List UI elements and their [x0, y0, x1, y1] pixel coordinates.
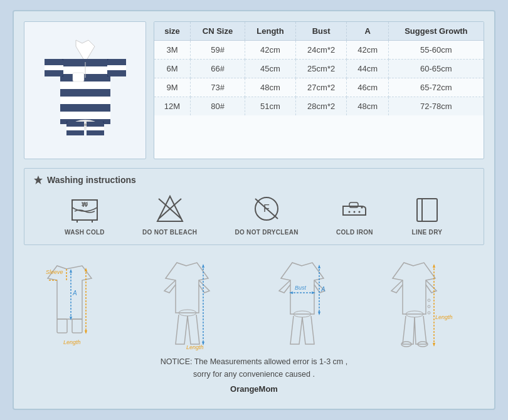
cold-iron-icon	[338, 194, 371, 224]
diagram4-svg: Length	[379, 256, 476, 350]
table-row: 3M59#42cm24cm*242cm55-60cm	[154, 41, 484, 60]
svg-text:A: A	[320, 286, 325, 293]
table-header-cell: Suggest Growth	[388, 22, 484, 41]
diagram2-svg: Length	[152, 256, 249, 350]
star-icon	[33, 175, 43, 185]
wash-cold-label: WASH COLD	[65, 229, 105, 236]
no-bleach-icon	[154, 194, 186, 224]
svg-text:30: 30	[82, 201, 88, 207]
svg-rect-4	[60, 89, 110, 97]
svg-rect-8	[45, 59, 63, 65]
no-dryclean-label: DO NOT DRYCLEAN	[235, 229, 298, 236]
table-header-cell: Bust	[295, 22, 347, 41]
table-cell: 48cm	[245, 78, 296, 97]
table-cell: 55-60cm	[388, 41, 484, 60]
svg-marker-63	[289, 291, 293, 294]
svg-rect-5	[60, 104, 110, 112]
table-body: 3M59#42cm24cm*242cm55-60cm6M66#45cm25cm*…	[154, 41, 484, 116]
no-bleach-item: DO NOT BLEACH	[142, 194, 197, 236]
table-row: 6M66#45cm25cm*244cm60-65cm	[154, 60, 484, 78]
washing-icons-row: W 30 WASH COLD	[33, 194, 475, 236]
svg-rect-9	[45, 70, 63, 76]
diagram-bodysuit: Length	[152, 256, 249, 350]
table-cell: 3M	[154, 41, 190, 60]
svg-text:Bust: Bust	[295, 285, 307, 291]
table-cell: 51cm	[245, 97, 296, 116]
table-cell: 44cm	[347, 60, 388, 78]
svg-line-35	[255, 199, 278, 219]
notice-line1: NOTICE: The Measurements allowed error i…	[161, 357, 347, 366]
main-container: sizeCN SizeLengthBustASuggest Growth 3M5…	[13, 10, 495, 410]
no-dryclean-icon: F	[250, 194, 283, 224]
diagrams-section: Sleeve A Length	[24, 254, 484, 399]
table-header-cell: size	[154, 22, 190, 41]
table-cell: 6M	[154, 60, 190, 78]
svg-marker-77	[433, 264, 435, 268]
diagram1-svg: Sleeve A Length	[32, 256, 135, 350]
svg-text:A: A	[72, 290, 77, 297]
svg-rect-44	[72, 319, 82, 333]
cold-iron-label: COLD IRON	[336, 229, 373, 236]
svg-rect-24	[73, 73, 84, 81]
svg-rect-18	[66, 122, 84, 127]
table-cell: 9M	[154, 78, 190, 97]
diagram3-svg: Bust A	[265, 256, 362, 350]
svg-marker-58	[202, 264, 204, 268]
wash-cold-icon: W 30	[68, 194, 101, 224]
svg-rect-12	[107, 70, 126, 76]
table-cell: 24cm*2	[295, 41, 347, 60]
svg-point-37	[349, 211, 351, 213]
diagrams-row: Sleeve A Length	[24, 256, 484, 350]
table-cell: 27cm*2	[295, 78, 347, 97]
table-cell: 48cm	[347, 97, 388, 116]
table-cell: 66#	[190, 60, 245, 78]
table-cell: 80#	[190, 97, 245, 116]
table-header-cell: Length	[245, 22, 296, 41]
table-header-row: sizeCN SizeLengthBustASuggest Growth	[154, 22, 484, 41]
svg-point-40	[361, 207, 363, 209]
svg-rect-22	[87, 130, 104, 135]
wash-cold-item: W 30 WASH COLD	[65, 194, 105, 236]
table-cell: 42cm	[347, 41, 388, 60]
no-bleach-label: DO NOT BLEACH	[142, 229, 197, 236]
table-cell: 42cm	[245, 41, 296, 60]
svg-rect-11	[107, 59, 126, 65]
svg-marker-78	[433, 343, 435, 347]
svg-point-74	[428, 305, 430, 308]
svg-marker-64	[312, 291, 315, 294]
table-header-cell: A	[347, 22, 388, 41]
svg-marker-25	[34, 176, 43, 184]
notice-text: NOTICE: The Measurements allowed error i…	[24, 355, 484, 381]
size-table: sizeCN SizeLengthBustASuggest Growth 3M5…	[154, 22, 484, 115]
table-cell: 28cm*2	[295, 97, 347, 116]
svg-point-38	[354, 211, 356, 213]
svg-marker-0	[76, 40, 95, 62]
brand-name: OrangeMom	[24, 384, 484, 394]
notice-line2: sorry for any convenience caused .	[193, 370, 315, 379]
svg-marker-54	[85, 330, 87, 334]
svg-point-39	[359, 211, 361, 213]
top-section: sizeCN SizeLengthBustASuggest Growth 3M5…	[24, 21, 484, 159]
svg-rect-21	[87, 122, 104, 127]
svg-point-73	[428, 299, 430, 302]
table-row: 9M73#48cm27cm*246cm65-72cm	[154, 78, 484, 97]
svg-rect-19	[66, 130, 84, 135]
cold-iron-item: COLD IRON	[336, 194, 373, 236]
table-cell: 72-78cm	[388, 97, 484, 116]
svg-text:Length: Length	[435, 314, 453, 320]
svg-marker-49	[70, 269, 72, 273]
svg-text:Length: Length	[63, 339, 81, 345]
svg-text:Length: Length	[186, 344, 204, 350]
line-dry-label: LINE DRY	[412, 229, 443, 236]
washing-section: Washing instructions W 30 WASH	[24, 168, 484, 245]
table-cell: 59#	[190, 41, 245, 60]
table-cell: 73#	[190, 78, 245, 97]
table-cell: 65-72cm	[388, 78, 484, 97]
diagram-bust: Bust A	[265, 256, 362, 350]
table-cell: 12M	[154, 97, 190, 116]
diagram-short-romper: Sleeve A Length	[32, 256, 135, 350]
no-dryclean-item: F DO NOT DRYCLEAN	[235, 194, 298, 236]
product-image-box	[24, 21, 146, 159]
svg-rect-43	[57, 319, 67, 333]
washing-title: Washing instructions	[33, 175, 475, 185]
